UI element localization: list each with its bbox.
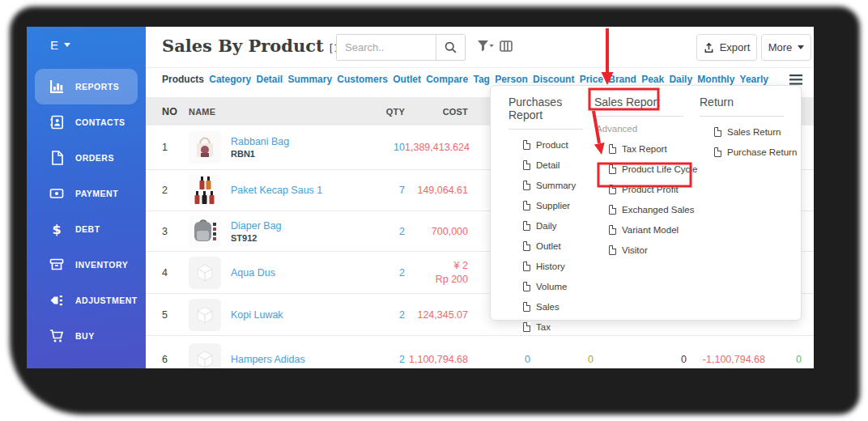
- menu-item-outlet[interactable]: Outlet: [523, 241, 593, 251]
- cost-value: 124,345.07: [405, 309, 468, 321]
- menu-item-volume[interactable]: Volume: [523, 282, 593, 291]
- export-button[interactable]: Export: [696, 34, 757, 61]
- document-icon: [49, 150, 65, 166]
- menu-item-product[interactable]: Product: [523, 140, 593, 150]
- app-window: E REPORTS CONTACTS ORDERS PAYM: [27, 27, 814, 368]
- product-thumbnail-handbag[interactable]: [189, 131, 221, 164]
- file-icon: [523, 302, 530, 312]
- menu-item-supplier[interactable]: Supplier: [523, 201, 593, 210]
- menu-item-detail[interactable]: Detail: [523, 160, 593, 170]
- svg-text:$: $: [52, 222, 61, 237]
- search-button[interactable]: [436, 35, 465, 60]
- screenshot-stage: E REPORTS CONTACTS ORDERS PAYM: [0, 0, 868, 421]
- file-icon: [523, 322, 530, 332]
- menu-item-purchase-return[interactable]: Purchase Return: [714, 147, 795, 157]
- qty-value[interactable]: 2: [343, 226, 405, 237]
- product-sku: ST912: [231, 233, 282, 243]
- page-title: Sales By Product: [162, 36, 324, 56]
- file-icon: [714, 127, 721, 137]
- columns-icon[interactable]: [500, 40, 513, 52]
- tab-tag[interactable]: Tag: [473, 74, 489, 97]
- brand-menu[interactable]: E: [27, 27, 146, 62]
- sidebar-item-adjustment[interactable]: ADJUSTMENT: [27, 283, 146, 318]
- sidebar-item-debt[interactable]: $ DEBT: [27, 211, 146, 247]
- file-icon: [609, 205, 616, 215]
- filter-funnel-icon[interactable]: [478, 40, 495, 53]
- col-no: NO: [162, 106, 189, 117]
- price-tag-icon: [49, 292, 65, 308]
- menu-item-exchanged-sales[interactable]: Exchanged Sales: [609, 205, 698, 215]
- tab-category[interactable]: Category: [209, 74, 251, 97]
- file-icon: [523, 140, 530, 150]
- search-group: [336, 34, 466, 61]
- cost-value: 1,389,413.624: [405, 142, 468, 153]
- more-button[interactable]: More: [761, 34, 811, 61]
- menu-item-sales[interactable]: Sales: [523, 302, 593, 312]
- product-thumbnail-placeholder[interactable]: [189, 343, 221, 369]
- cost-value: 1,100,794.68: [405, 354, 468, 365]
- sidebar-item-reports[interactable]: REPORTS: [35, 69, 138, 104]
- sidebar-item-inventory[interactable]: INVENTORY: [27, 247, 146, 283]
- product-thumbnail-sauce-bottles[interactable]: [189, 174, 221, 206]
- metric-value: 0: [594, 354, 687, 365]
- menu-item-product-profit[interactable]: Product Profit: [609, 185, 698, 194]
- menu-item-variant-model[interactable]: Variant Model: [609, 225, 698, 235]
- brand-label: E: [50, 38, 58, 52]
- tab-detail[interactable]: Detail: [257, 74, 283, 97]
- file-icon: [523, 221, 530, 231]
- bar-chart-icon: [49, 79, 65, 95]
- truck-icon: [49, 364, 65, 368]
- menu-item-sales-return[interactable]: Sales Return: [714, 127, 795, 137]
- product-link[interactable]: Paket Kecap Saus 1: [231, 185, 322, 196]
- sidebar-item-payment[interactable]: PAYMENT: [27, 176, 146, 211]
- menu-item-daily[interactable]: Daily: [523, 221, 593, 231]
- sidebar-item-contacts[interactable]: CONTACTS: [27, 104, 146, 140]
- tab-compare[interactable]: Compare: [426, 74, 468, 97]
- menu-section-title: Return: [700, 96, 784, 117]
- menu-item-product-life-cycle[interactable]: Product Life Cycle: [609, 164, 698, 174]
- product-link[interactable]: Hampers Adidas: [231, 354, 305, 365]
- tab-summary[interactable]: Summary: [287, 74, 332, 97]
- metric-value: 0: [530, 354, 594, 365]
- file-icon: [609, 225, 616, 235]
- product-thumbnail-backpack[interactable]: [189, 215, 221, 248]
- menu-item-history[interactable]: History: [523, 262, 593, 271]
- tab-customers[interactable]: Customers: [337, 74, 388, 97]
- file-icon: [523, 201, 530, 210]
- product-link[interactable]: Aqua Dus: [231, 267, 275, 279]
- metric-value: 0: [765, 354, 802, 365]
- menu-section-title: Sales Report: [594, 96, 683, 117]
- product-thumbnail-placeholder[interactable]: [189, 299, 221, 331]
- metric-value: -1,100,794.68: [687, 354, 765, 365]
- product-thumbnail-placeholder[interactable]: [189, 257, 221, 289]
- menu-item-tax[interactable]: Tax: [523, 322, 593, 332]
- qty-value[interactable]: 2: [343, 309, 405, 321]
- sidebar-item-logistics[interactable]: LOGISTICS: [27, 354, 146, 368]
- menu-item-tax-report[interactable]: Tax Report: [609, 144, 698, 154]
- menu-column-sales-report: Sales Report Advanced Tax Report Product…: [594, 96, 698, 255]
- sidebar-item-orders[interactable]: ORDERS: [27, 140, 146, 176]
- menu-column-purchases-report: Purchases Report Product Detail Summary …: [508, 96, 593, 332]
- menu-section-title: Purchases Report: [508, 96, 583, 130]
- tab-products[interactable]: Products: [162, 74, 204, 97]
- shopping-cart-icon: [49, 328, 65, 344]
- tab-outlet[interactable]: Outlet: [393, 74, 421, 97]
- upload-icon: [704, 42, 714, 53]
- qty-value[interactable]: 2: [343, 354, 405, 365]
- menu-group-label: Advanced: [596, 124, 698, 134]
- sidebar-item-buy[interactable]: BUY: [27, 318, 146, 354]
- qty-value[interactable]: 10: [343, 142, 405, 153]
- menu-item-summary[interactable]: Summary: [523, 181, 593, 190]
- file-icon: [609, 245, 616, 255]
- product-link[interactable]: Diaper Bag: [231, 220, 282, 232]
- product-link[interactable]: Rabbani Bag: [231, 136, 289, 147]
- file-icon: [523, 160, 530, 170]
- menu-item-visitor[interactable]: Visitor: [609, 245, 698, 255]
- menu-column-return: Return Sales Return Purchase Return: [700, 96, 795, 157]
- product-link[interactable]: Kopi Luwak: [231, 309, 283, 321]
- qty-value[interactable]: 7: [343, 185, 405, 196]
- file-icon: [714, 147, 721, 157]
- contacts-book-icon: [49, 114, 65, 130]
- qty-value[interactable]: 2: [343, 267, 405, 279]
- search-input[interactable]: [337, 35, 436, 60]
